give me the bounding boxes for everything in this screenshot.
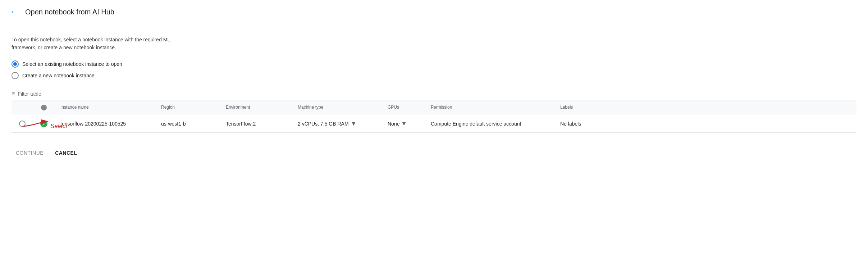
radio-existing[interactable]: Select an existing notebook instance to …: [12, 60, 856, 68]
row-gpus: None ▼: [382, 115, 425, 132]
table-header: Instance name Region Environment Machine…: [12, 100, 856, 115]
continue-button[interactable]: CONTINUE: [12, 147, 48, 159]
col-permission: Permission: [425, 100, 554, 115]
row-labels: No labels: [554, 116, 598, 132]
col-machine-type: Machine type: [292, 100, 382, 115]
back-button[interactable]: ←: [9, 6, 19, 18]
row-instance-name: tensorflow-20200225-100525: [55, 116, 155, 132]
row-environment: TensorFlow:2: [220, 116, 292, 132]
row-status-cell: ✓: [33, 115, 55, 132]
radio-new-indicator: [12, 72, 19, 79]
radio-new[interactable]: Create a new notebook instance: [12, 72, 856, 79]
col-status: [33, 100, 55, 115]
col-instance-name: Instance name: [55, 100, 155, 115]
col-gpus: GPUs: [382, 100, 425, 115]
table-row: Select ✓ tensorflow-20200225-100525 us-w…: [12, 115, 856, 133]
page-title: Open notebook from AI Hub: [25, 8, 114, 16]
filter-icon: ≡: [12, 91, 15, 97]
status-running-icon: ✓: [40, 120, 47, 127]
page-header: ← Open notebook from AI Hub: [0, 0, 868, 24]
row-region: us-west1-b: [155, 116, 220, 132]
filter-row: ≡ Filter table: [12, 88, 856, 100]
gpus-dropdown[interactable]: ▼: [401, 121, 407, 127]
instances-table: Instance name Region Environment Machine…: [12, 100, 856, 133]
radio-group: Select an existing notebook instance to …: [12, 60, 856, 79]
col-labels: Labels: [554, 100, 598, 115]
col-region: Region: [155, 100, 220, 115]
col-environment: Environment: [220, 100, 292, 115]
back-icon: ←: [10, 7, 18, 17]
radio-existing-dot: [13, 62, 17, 66]
header-status-dot: [41, 105, 47, 110]
row-radio-cell[interactable]: Select: [12, 115, 33, 132]
row-select-radio[interactable]: [19, 121, 26, 127]
cancel-button[interactable]: CANCEL: [51, 147, 81, 159]
row-permission: Compute Engine default service account: [425, 116, 554, 132]
row-machine-type: 2 vCPUs, 7.5 GB RAM ▼: [292, 115, 382, 132]
radio-existing-indicator: [12, 60, 19, 68]
radio-existing-label: Select an existing notebook instance to …: [22, 61, 122, 67]
radio-new-label: Create a new notebook instance: [22, 73, 95, 78]
col-select: [12, 100, 33, 115]
footer: CONTINUE CANCEL: [0, 141, 868, 164]
filter-label: Filter table: [18, 91, 41, 97]
description-text: To open this notebook, select a notebook…: [12, 36, 263, 52]
main-content: To open this notebook, select a notebook…: [0, 24, 868, 141]
machine-type-dropdown[interactable]: ▼: [351, 121, 357, 127]
